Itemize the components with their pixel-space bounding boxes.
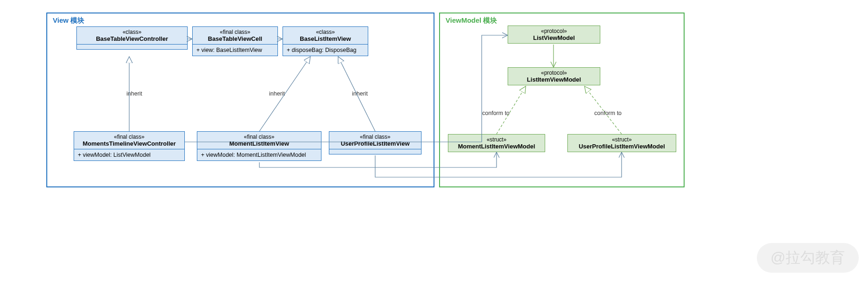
classname: UserProfileListItemViewModel: [572, 143, 672, 150]
stereo: «struct»: [452, 136, 541, 143]
stereo: «final class»: [196, 29, 274, 35]
classname: UserProfileListItemView: [333, 140, 417, 147]
label-inherit-3: inherit: [352, 90, 368, 97]
uml-list-item-view-model: «protocol» ListItemViewModel: [508, 67, 600, 85]
attr: + viewModel: MomentListItemViewModel: [197, 149, 321, 160]
uml-base-table-vc: «class» BaseTableViewController: [76, 26, 188, 50]
classname: BaseTableViewController: [81, 35, 183, 42]
uml-base-table-cell: «final class» BaseTableViewCell + view: …: [192, 26, 278, 56]
attr: + view: BaseListItemView: [193, 45, 277, 56]
classname: ListItemViewModel: [512, 76, 596, 83]
classname: BaseListItemView: [287, 35, 364, 42]
stereo: «class»: [81, 29, 183, 35]
label-inherit-2: inherit: [269, 90, 285, 97]
classname: MomentsTimelineViewController: [78, 140, 181, 147]
label-conform-2: conform to: [594, 110, 622, 116]
attr: + disposeBag: DisposeBag: [283, 45, 368, 56]
stereo: «final class»: [78, 134, 181, 140]
uml-list-view-model: «protocol» ListViewModel: [508, 26, 600, 44]
view-module-title: View 模块: [53, 16, 84, 25]
stereo: «protocol»: [512, 70, 596, 76]
classname: MomentListItemViewModel: [452, 143, 541, 150]
attr: + viewModel: ListViewModel: [74, 149, 184, 160]
uml-base-list-item-view: «class» BaseListItemView + disposeBag: D…: [283, 26, 368, 56]
viewmodel-module-title: ViewModel 模块: [446, 16, 497, 25]
label-conform-1: conform to: [482, 110, 509, 116]
watermark: @拉勾教育: [757, 243, 859, 273]
uml-moments-timeline-vc: «final class» MomentsTimelineViewControl…: [74, 131, 185, 161]
stereo: «struct»: [572, 136, 672, 143]
stereo: «protocol»: [512, 28, 596, 34]
uml-user-profile-list-item-vm: «struct» UserProfileListItemViewModel: [567, 134, 676, 152]
classname: BaseTableViewCell: [196, 35, 274, 42]
stereo: «final class»: [201, 134, 317, 140]
classname: ListViewModel: [512, 34, 596, 41]
stereo: «final class»: [333, 134, 417, 140]
uml-moment-list-item-view: «final class» MomentListItemView + viewM…: [197, 131, 321, 161]
uml-user-profile-list-item-view: «final class» UserProfileListItemView: [329, 131, 421, 154]
label-inherit-1: inherit: [126, 90, 142, 97]
classname: MomentListItemView: [201, 140, 317, 147]
uml-moment-list-item-vm: «struct» MomentListItemViewModel: [448, 134, 545, 152]
stereo: «class»: [287, 29, 364, 35]
